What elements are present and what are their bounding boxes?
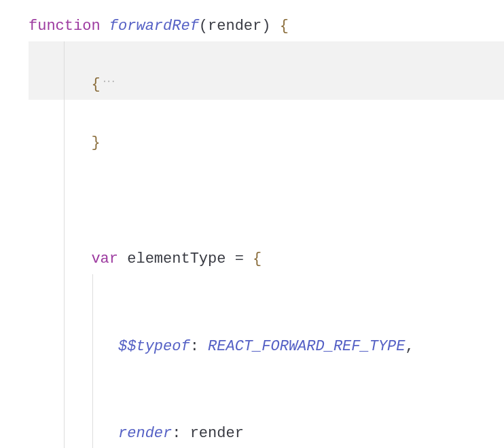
indent-guide bbox=[64, 157, 65, 216]
paren-close: ) bbox=[262, 18, 270, 35]
brace-close: } bbox=[91, 134, 100, 151]
brace-open: { bbox=[280, 18, 289, 35]
param-render: render bbox=[208, 18, 262, 35]
operator-equals: = bbox=[235, 250, 244, 267]
indent-guide bbox=[64, 216, 65, 274]
indent-guide bbox=[64, 41, 65, 100]
code-line-folded: {··· bbox=[29, 41, 504, 100]
property-value: REACT_FORWARD_REF_TYPE bbox=[208, 338, 405, 355]
comma: , bbox=[406, 338, 414, 355]
code-editor[interactable]: function forwardRef(render) { {··· } var… bbox=[29, 12, 504, 448]
identifier: elementType bbox=[127, 250, 226, 267]
keyword-function: function bbox=[29, 18, 101, 35]
property-key: render bbox=[118, 425, 172, 442]
indent-guide bbox=[64, 274, 65, 362]
indent-guide bbox=[92, 362, 93, 448]
code-line: var elementType = { bbox=[29, 216, 504, 274]
code-line-empty bbox=[29, 157, 504, 216]
colon: : bbox=[190, 338, 199, 355]
property-value: render bbox=[190, 425, 244, 442]
indent-guide bbox=[64, 362, 65, 448]
paren-open: ( bbox=[199, 18, 208, 35]
code-line: render: render bbox=[29, 362, 504, 448]
code-line: } bbox=[29, 100, 504, 158]
indent-guide bbox=[64, 100, 65, 158]
keyword-var: var bbox=[91, 250, 118, 267]
fold-marker-icon[interactable]: ··· bbox=[101, 73, 115, 91]
code-line: function forwardRef(render) { bbox=[29, 12, 504, 41]
colon: : bbox=[172, 425, 181, 442]
indent-guide bbox=[92, 274, 93, 362]
function-name: forwardRef bbox=[109, 18, 199, 35]
property-key: $$typeof bbox=[118, 338, 190, 355]
brace-open: { bbox=[91, 76, 100, 93]
brace-open: { bbox=[253, 250, 262, 267]
code-line: $$typeof: REACT_FORWARD_REF_TYPE, bbox=[29, 274, 504, 362]
